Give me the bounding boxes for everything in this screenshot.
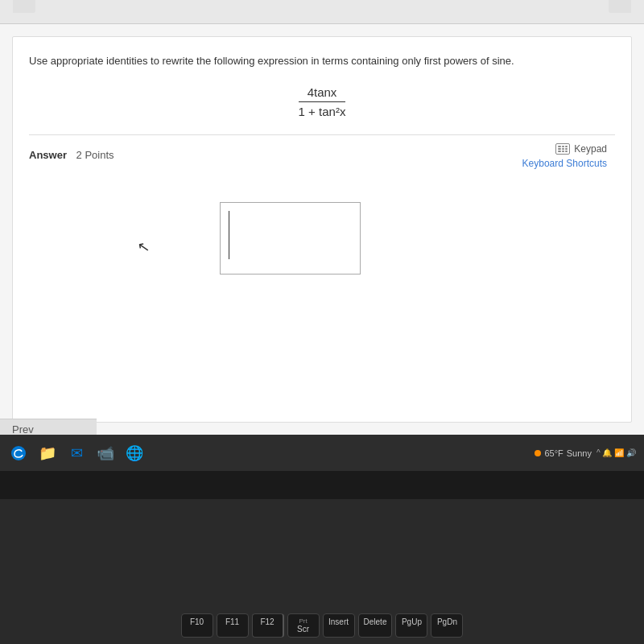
weather-condition: Sunny [567,448,592,458]
keypad-label: Keypad [574,143,607,155]
key-f10[interactable]: F10 [181,613,213,638]
keypad-icon [555,143,570,155]
key-f11[interactable]: F11 [217,613,249,638]
key-pgdn[interactable]: PgDn [431,613,463,638]
nav-arrow-right[interactable]: > [609,0,631,13]
weather-temp: 65°F [544,448,563,458]
top-bar [0,0,644,24]
taskbar-system-icons: ^ 🔔 📶 🔊 [597,448,636,457]
keyboard-area: F10 F11 F12 Prt Scr Insert Delete PgUp P… [0,499,644,644]
text-cursor [229,211,229,259]
question-container: Use appropriate identities to rewrite th… [12,36,632,423]
taskbar-icon-mail[interactable]: ✉ [64,441,89,465]
taskbar-right: 65°F Sunny ^ 🔔 📶 🔊 [535,448,636,458]
key-prtscr[interactable]: Prt Scr [287,613,320,638]
keyboard-row-function: F10 F11 F12 Prt Scr Insert Delete PgUp P… [181,613,464,638]
fraction-expression: 4tanx 1 + tan²x [299,85,346,118]
weather-icon [535,450,541,456]
key-pgup[interactable]: PgUp [395,613,427,638]
taskbar-icon-folder[interactable]: 📁 [35,441,60,465]
key-insert[interactable]: Insert [323,613,355,638]
edge-icon [10,445,27,461]
input-box-container [0,202,615,275]
answer-label: Answer 2 Points [29,149,114,161]
prev-label: Prev [12,423,34,436]
nav-arrow-left[interactable]: < [13,0,35,13]
math-expression: 4tanx 1 + tan²x [29,85,615,118]
question-instruction: Use appropriate identities to rewrite th… [29,53,576,69]
fraction-numerator: 4tanx [299,85,346,102]
answer-section: Answer 2 Points [29,134,615,275]
math-input-box[interactable] [220,202,361,275]
points-badge: 2 Points [76,149,114,161]
key-f12[interactable]: F12 [252,613,284,638]
svg-point-0 [11,446,26,460]
taskbar-icon-video[interactable]: 📹 [93,441,118,465]
taskbar-icon-edge[interactable] [6,441,31,465]
keypad-button[interactable]: Keypad [555,143,607,155]
taskbar: 📁 ✉ 📹 🌐 65°F Sunny ^ 🔔 📶 🔊 [0,435,644,471]
main-content-area: Use appropriate identities to rewrite th… [0,0,644,435]
fraction-denominator: 1 + tan²x [299,102,346,118]
keyboard-shortcuts-button[interactable]: Keyboard Shortcuts [522,158,607,169]
weather-info: 65°F Sunny [535,448,592,458]
taskbar-icon-app[interactable]: 🌐 [122,441,147,465]
keypad-area: Keypad Keyboard Shortcuts [522,143,607,169]
key-delete[interactable]: Delete [358,613,393,638]
